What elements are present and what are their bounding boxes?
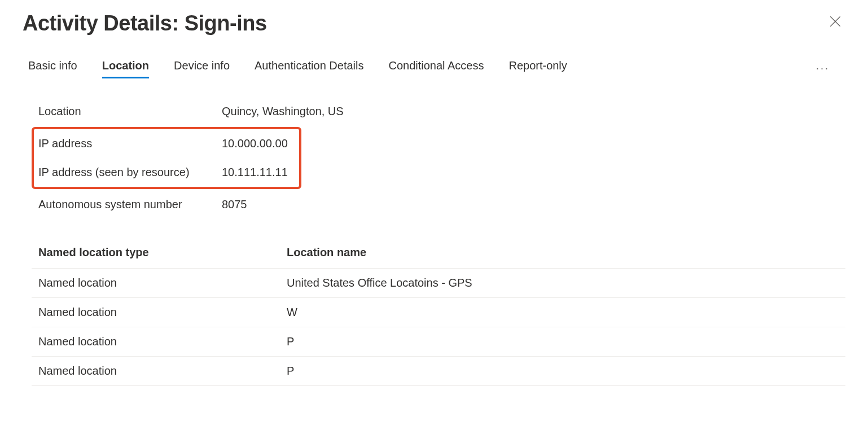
value-ip-address: 10.000.00.00 [222,137,288,150]
tab-authentication-details[interactable]: Authentication Details [255,59,363,78]
value-asn: 8075 [222,198,247,211]
cell-name: P [280,327,845,357]
highlighted-ip-section: IP address 10.000.00.00 IP address (seen… [32,127,301,189]
label-ip-address-resource: IP address (seen by resource) [38,166,222,179]
named-locations-table-section: Named location type Location name Named … [23,237,845,386]
tab-basic-info[interactable]: Basic info [28,59,77,78]
cell-name: P [280,357,845,386]
tab-location[interactable]: Location [102,59,149,78]
column-header-type[interactable]: Named location type [32,237,280,269]
column-header-name[interactable]: Location name [280,237,845,269]
tabs-container: Basic info Location Device info Authenti… [28,59,567,78]
cell-name: United States Office Locatoins - GPS [280,269,845,298]
cell-type: Named location [32,269,280,298]
close-icon [830,19,841,29]
cell-name: W [280,298,845,327]
detail-ip-address-resource: IP address (seen by resource) 10.111.11.… [38,158,288,187]
page-title: Activity Details: Sign-ins [23,11,267,36]
more-tabs-button[interactable]: ··· [812,58,834,79]
table-row[interactable]: Named location W [32,298,845,327]
more-icon: ··· [816,63,830,74]
table-row[interactable]: Named location P [32,357,845,386]
close-button[interactable] [825,11,845,34]
label-asn: Autonomous system number [38,198,222,211]
tab-report-only[interactable]: Report-only [508,59,567,78]
location-details: Location Quincy, Washington, US IP addre… [23,96,845,220]
label-ip-address: IP address [38,137,222,150]
detail-asn: Autonomous system number 8075 [38,189,845,220]
tab-conditional-access[interactable]: Conditional Access [388,59,484,78]
detail-ip-address: IP address 10.000.00.00 [38,129,288,158]
cell-type: Named location [32,357,280,386]
cell-type: Named location [32,327,280,357]
value-location: Quincy, Washington, US [222,105,344,118]
table-row[interactable]: Named location P [32,327,845,357]
detail-location: Location Quincy, Washington, US [38,96,845,127]
value-ip-address-resource: 10.111.11.11 [222,166,288,179]
table-row[interactable]: Named location United States Office Loca… [32,269,845,298]
named-locations-table: Named location type Location name Named … [32,237,845,386]
tab-device-info[interactable]: Device info [174,59,230,78]
label-location: Location [38,105,222,118]
cell-type: Named location [32,298,280,327]
